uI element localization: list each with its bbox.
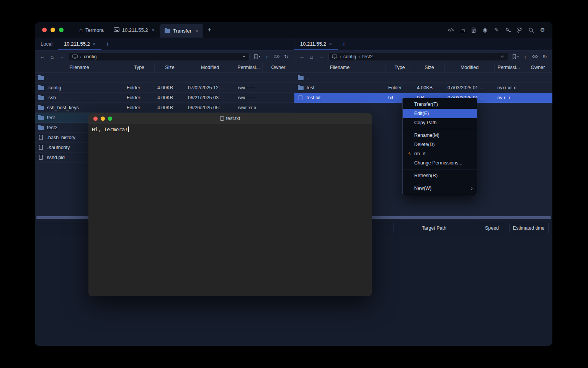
tab-local[interactable]: Local <box>35 38 58 50</box>
close-window-button[interactable] <box>93 117 98 121</box>
filename: .config <box>47 85 61 90</box>
close-icon[interactable]: × <box>195 28 198 34</box>
tab-transfer[interactable]: Transfer × <box>160 24 203 38</box>
zoom-window-button[interactable] <box>108 117 112 121</box>
log-file-icon[interactable] <box>470 26 477 33</box>
menu-item-new[interactable]: New(W) › <box>403 184 477 193</box>
column-header[interactable]: Modified <box>444 62 494 72</box>
breadcrumb-segment[interactable]: test2 <box>362 54 372 59</box>
path-bar[interactable]: › config <box>69 52 250 61</box>
table-row[interactable]: ssh_host_keys Folder 4.00KB 06/26/2025 0… <box>35 103 294 113</box>
home-button[interactable]: ⌂ <box>309 54 315 60</box>
column-divider[interactable] <box>548 223 549 233</box>
terminal-icon <box>114 27 119 33</box>
menu-item-rm-rf[interactable]: ⚠ rm -rf <box>403 149 477 158</box>
editor-title-text: test.txt <box>226 116 240 121</box>
menu-item-edit[interactable]: Edit(E) <box>403 109 477 118</box>
tab-termora[interactable]: ⌂ Termora <box>74 22 109 38</box>
chevron-down-icon[interactable] <box>242 54 246 59</box>
column-header[interactable]: Speed <box>475 223 509 233</box>
column-header[interactable]: Size <box>414 62 444 72</box>
file-size: 4.00KB <box>154 105 185 110</box>
column-header[interactable]: Permissi... <box>494 62 523 72</box>
menu-item-label: rm -rf <box>414 151 426 156</box>
column-header[interactable]: Target Path <box>394 223 475 233</box>
close-icon[interactable]: × <box>93 41 96 47</box>
column-header[interactable]: Type <box>385 62 414 72</box>
folder-icon <box>298 86 304 90</box>
branch-icon[interactable] <box>516 26 523 33</box>
minimize-window-button[interactable] <box>101 117 105 121</box>
menu-item-copy-path[interactable]: Copy Path <box>403 118 477 127</box>
menu-item-delete[interactable]: Delete(D) <box>403 140 477 149</box>
editor-window-controls <box>88 117 112 121</box>
close-icon[interactable]: × <box>329 41 332 47</box>
editor-titlebar[interactable]: test.txt <box>88 113 372 124</box>
menu-item-change-permissions[interactable]: Change Permissions... <box>403 158 477 168</box>
file-permissions: rwx------ <box>235 85 262 90</box>
column-header[interactable]: Owner <box>523 62 552 72</box>
close-window-button[interactable] <box>42 28 47 32</box>
parent-directory-button[interactable]: ↑ <box>264 54 270 60</box>
folder-panel-icon[interactable] <box>459 26 466 33</box>
column-header[interactable]: Permissi... <box>235 62 262 72</box>
code-icon[interactable]: </> <box>447 26 454 33</box>
minimize-window-button[interactable] <box>51 28 55 32</box>
new-tab-button[interactable]: + <box>203 26 216 34</box>
back-button[interactable]: ← <box>39 54 46 60</box>
forward-button[interactable]: → <box>318 54 324 60</box>
editor-text-area[interactable]: Hi, Termora! <box>88 124 372 296</box>
chevron-down-icon[interactable] <box>500 54 505 59</box>
tab-remote-session[interactable]: 10.211.55.2 × <box>294 38 338 50</box>
edit-pencil-icon[interactable]: ✎ <box>493 26 500 33</box>
table-row[interactable]: .ssh Folder 4.00KB 06/21/2025 03:... rwx… <box>35 93 294 103</box>
refresh-button[interactable]: ↻ <box>283 54 289 60</box>
settings-icon[interactable]: ⚙ <box>539 26 546 33</box>
breadcrumb-segment[interactable]: config <box>343 54 356 59</box>
column-header[interactable]: Owner <box>262 62 294 72</box>
forward-button[interactable]: → <box>59 54 65 60</box>
table-row[interactable]: .config Folder 4.00KB 07/02/2025 12:... … <box>35 83 294 93</box>
tab-label: Transfer <box>173 28 191 34</box>
refresh-button[interactable]: ↻ <box>542 54 548 60</box>
bookmark-button[interactable]: ▾ <box>512 54 519 59</box>
tab-label: 10.211.55.2 <box>64 41 90 47</box>
column-header[interactable]: Size <box>154 62 185 72</box>
bookmark-button[interactable]: ▾ <box>254 54 260 59</box>
tab-remote-session[interactable]: 10.211.55.2 × <box>58 38 101 50</box>
new-pane-tab-button[interactable]: + <box>101 38 114 50</box>
menu-item-transfer[interactable]: Transfer(T) <box>403 100 477 109</box>
show-hidden-button[interactable] <box>532 54 538 59</box>
app-tabs: ⌂ Termora 10.211.55.2 × Transfer × + <box>74 22 216 38</box>
column-header[interactable]: Type <box>124 62 154 72</box>
file-icon <box>39 135 43 140</box>
breadcrumb-segment[interactable]: config <box>84 54 96 59</box>
path-bar[interactable]: › config › test2 <box>328 52 508 61</box>
table-row[interactable]: .. <box>35 73 294 83</box>
menu-item-label: New(W) <box>414 186 431 191</box>
editor-title: test.txt <box>88 116 372 121</box>
new-pane-tab-button[interactable]: + <box>338 38 350 50</box>
column-header[interactable]: Filename <box>294 62 385 72</box>
column-header[interactable]: Filename <box>35 62 124 72</box>
menu-item-refresh[interactable]: Refresh(R) <box>403 171 477 180</box>
search-icon[interactable] <box>528 26 534 33</box>
close-icon[interactable]: × <box>152 27 155 33</box>
menu-item-rename[interactable]: Rename(M) <box>403 131 477 140</box>
file-permissions: rwxr-xr-x <box>494 85 523 90</box>
breadcrumb-separator: › <box>80 54 82 59</box>
parent-directory-button[interactable]: ↑ <box>522 54 528 60</box>
home-button[interactable]: ⌂ <box>49 54 55 60</box>
key-icon[interactable] <box>505 26 511 33</box>
titlebar[interactable]: ⌂ Termora 10.211.55.2 × Transfer × + <box>35 22 552 38</box>
zoom-window-button[interactable] <box>59 28 64 32</box>
column-header[interactable]: Estimated time <box>509 223 548 233</box>
column-header[interactable]: Modified <box>185 62 235 72</box>
show-hidden-button[interactable] <box>273 54 280 59</box>
table-row[interactable]: .. <box>294 73 552 83</box>
record-icon[interactable]: ◉ <box>482 26 488 33</box>
tab-terminal-session[interactable]: 10.211.55.2 × <box>109 22 160 38</box>
menu-separator <box>403 169 477 169</box>
back-button[interactable]: ← <box>299 54 305 60</box>
table-row[interactable]: test Folder 4.00KB 07/03/2025 01:... rwx… <box>294 83 552 93</box>
